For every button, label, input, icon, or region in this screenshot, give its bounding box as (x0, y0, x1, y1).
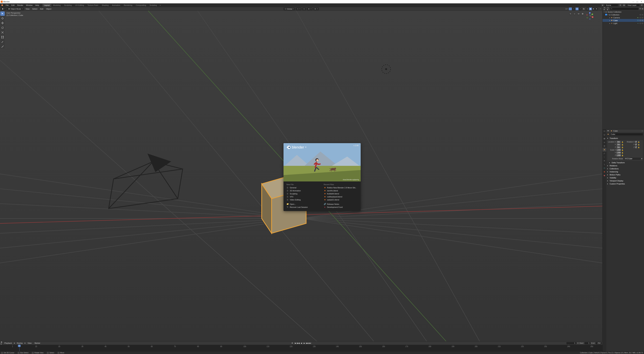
window-close-button[interactable]: ✕ (639, 1, 643, 3)
current-frame-field[interactable]: 1 (566, 342, 576, 344)
navigation-gizmo[interactable]: X Y Z (586, 12, 594, 20)
xray-toggle[interactable] (582, 8, 585, 10)
preview-range-toggle[interactable] (577, 342, 579, 344)
menu-window[interactable]: Window (25, 4, 34, 6)
outliner-item-cube[interactable]: ▸ Cube (602, 19, 644, 22)
object-visibility-dropdown[interactable]: ▾ (565, 8, 568, 10)
shading-dropdown[interactable]: ▾ (599, 8, 602, 10)
motion-paths-header[interactable]: ▸Motion Paths (607, 173, 643, 176)
timeline-menu-marker[interactable]: Marker (34, 342, 41, 344)
menu-file[interactable]: File (4, 4, 10, 6)
ptab-particles[interactable] (602, 155, 606, 159)
scene-new-button[interactable]: ▾ (619, 4, 622, 7)
tool-transform[interactable] (0, 35, 5, 39)
lock-location-y[interactable]: 🔓 (621, 144, 623, 145)
show-overlays-toggle[interactable] (576, 8, 578, 10)
location-x-field[interactable]: 0m (616, 141, 621, 143)
shading-wireframe[interactable] (586, 8, 589, 10)
outliner-new-collection-button[interactable] (642, 8, 643, 10)
nav-perspective-icon[interactable] (581, 12, 584, 16)
scale-y-field[interactable]: 1.000 (616, 151, 621, 154)
splash-recent-0[interactable]: Roblox New Blender 2.8 Move Silv.. (324, 186, 358, 189)
scale-x-field[interactable]: 1.000 (616, 149, 621, 151)
object-name-field[interactable]: Cube (610, 133, 643, 136)
workspace-tab-shading[interactable]: Shading (100, 4, 110, 7)
menu-help[interactable]: Help (34, 4, 40, 6)
collections-header[interactable]: ▸Collections (607, 167, 643, 170)
outliner-collection[interactable]: ▾ Collection (602, 13, 644, 16)
workspace-tab-scripting[interactable]: Scripting (148, 4, 158, 7)
splash-newfile-vfx[interactable]: 🗋VFX (286, 195, 320, 198)
outliner-editor-type[interactable]: ▾ (603, 7, 606, 11)
gizmo-dropdown[interactable]: ▾ (572, 8, 575, 10)
workspace-tab-animation[interactable]: Animation (110, 4, 122, 7)
timeline-ruler[interactable]: 1 11020304050607080901001101201301401501… (0, 345, 602, 351)
tool-select-box[interactable] (0, 12, 5, 16)
restrict-viewport-icon[interactable] (640, 20, 641, 21)
menu-edit[interactable]: Edit (10, 4, 16, 6)
outliner-item-light[interactable]: ▸ Light (602, 22, 644, 25)
restrict-viewport-icon[interactable] (640, 17, 641, 19)
instancing-header[interactable]: ▸Instancing (607, 170, 643, 173)
workspace-tab-modeling[interactable]: Modeling (52, 4, 62, 7)
lock-scale-x[interactable]: 🔓 (621, 149, 623, 151)
location-z-field[interactable]: 0m (616, 146, 621, 148)
lock-location-z[interactable]: 🔓 (621, 146, 623, 148)
snap-toggle[interactable] (302, 8, 306, 10)
tool-rotate[interactable] (0, 26, 5, 30)
viewport-menu-view[interactable]: View (24, 8, 30, 10)
lock-location-x[interactable]: 🔓 (621, 141, 623, 143)
tool-annotate[interactable] (0, 40, 5, 44)
lock-scale-y[interactable]: 🔓 (621, 152, 623, 153)
shading-solid[interactable] (589, 8, 592, 10)
editor-type-icon[interactable] (607, 130, 609, 132)
timeline-playhead[interactable]: 1 (19, 345, 20, 351)
rotation-z-field[interactable]: 0° (635, 146, 637, 148)
show-gizmo-toggle[interactable] (569, 8, 572, 10)
snap-dropdown[interactable]: ▾ (307, 8, 312, 10)
ptab-output[interactable] (602, 133, 606, 137)
workspace-tab-sculpting[interactable]: Sculpting (62, 4, 73, 7)
tool-measure[interactable] (0, 44, 5, 49)
viewport-menu-add[interactable]: Add (39, 8, 44, 10)
tool-cursor[interactable] (0, 16, 5, 21)
ptab-texture[interactable] (602, 174, 606, 178)
splash-recover-button[interactable]: ↻Recover Last Session (286, 206, 320, 209)
interaction-mode-dropdown[interactable]: Object Mode ▾ (7, 8, 24, 10)
rotation-x-field[interactable]: 0° (635, 141, 637, 143)
timeline-menu-view[interactable]: View (26, 342, 32, 344)
scale-z-field[interactable]: 1.000 (616, 154, 621, 156)
keyframe-prev-button[interactable]: ◆◀ (297, 342, 300, 344)
restrict-render-icon[interactable] (642, 20, 643, 21)
end-frame-field[interactable]: 250 (596, 342, 602, 344)
restrict-render-icon[interactable] (642, 14, 643, 16)
ptab-constraints[interactable] (602, 163, 606, 166)
lock-rotation-x[interactable]: 🔓 (638, 141, 640, 143)
splash-newfile-video[interactable]: 🗋Video Editing (286, 198, 320, 201)
workspace-tab-uvediting[interactable]: UV Editing (74, 4, 86, 7)
transform-panel-header[interactable]: ▾Transform (607, 137, 643, 140)
timeline-editor-type[interactable]: ▾ (1, 341, 2, 345)
tool-move[interactable] (0, 21, 5, 25)
outliner-filter-button[interactable] (639, 8, 641, 10)
menu-render[interactable]: Render (16, 4, 25, 6)
nav-move-icon[interactable] (573, 12, 576, 16)
editor-type-dropdown[interactable]: ▾ (1, 8, 6, 10)
nav-zoom-icon[interactable] (569, 12, 572, 16)
viewlayer-name-field[interactable]: View Layer (626, 4, 640, 7)
relations-header[interactable]: ▸Relations (607, 164, 643, 167)
ptab-viewlayer[interactable] (602, 137, 606, 140)
splash-open-button[interactable]: 📁Open... (286, 203, 320, 206)
timeline-menu-keying[interactable]: Keying (16, 342, 24, 344)
custom-properties-header[interactable]: ▸Custom Properties (607, 182, 643, 185)
outliner-item-camera[interactable]: ▸ Camera (602, 16, 644, 19)
ptab-world[interactable] (602, 144, 606, 148)
shading-lookdev[interactable] (592, 8, 595, 10)
delta-transform-header[interactable]: ▸Delta Transform (607, 161, 643, 164)
workspace-tab-compositing[interactable]: Compositing (134, 4, 148, 7)
ptab-scene[interactable] (602, 140, 606, 144)
ptab-data[interactable] (602, 166, 606, 170)
viewlayer-new-button[interactable]: ▾ (640, 4, 643, 7)
splash-screen[interactable]: blender® v 2.80 cloud.blender.org/spring… (284, 143, 361, 211)
autokey-toggle[interactable] (291, 342, 294, 344)
